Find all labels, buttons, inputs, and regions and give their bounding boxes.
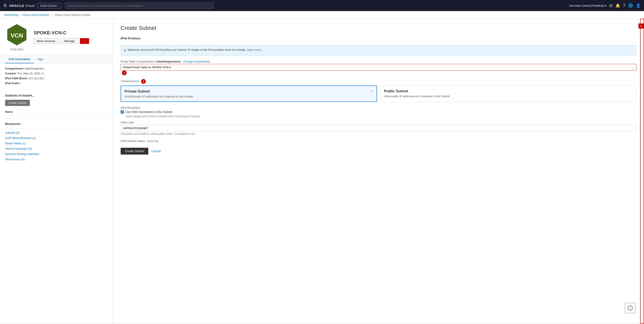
cloud-classic-button[interactable]: Cloud Classic › <box>37 3 61 8</box>
dns-checkbox[interactable] <box>120 110 124 114</box>
created-value: Thu, May 16, 2024, 0... <box>17 72 46 75</box>
action-buttons: Create Subnet Cancel <box>120 148 636 154</box>
route-tables-resource-link[interactable]: Route Tables (1) <box>5 141 108 146</box>
breadcrumb-detail: Virtual Cloud Network Details <box>54 13 90 16</box>
help-icon[interactable]: ? <box>623 4 625 8</box>
subnets-section: Subnets in IwanH... Create Subnet Name <box>0 90 113 118</box>
step3-badge: 3 <box>638 24 644 28</box>
dns-checkbox-label: Use DNS hostnames in this Subnet <box>126 110 172 114</box>
vcn-details: Compartment: IwanHoogendo... Created: Th… <box>0 64 113 90</box>
breadcrumb-sep2: › <box>51 13 52 16</box>
ipv6-info-text: Maximum amount of 0 IPv6 prefixes per Su… <box>128 48 262 51</box>
subnets-resource-link[interactable]: Subnets (0) <box>5 130 108 135</box>
cidr-resource-link[interactable]: CIDR Blocks/Prefixes (1) <box>5 135 108 141</box>
subnet-options: ✓ Private Subnet Prohibit public IP addr… <box>120 86 636 102</box>
ipv4-value: 172.16.3.0/2... <box>28 77 46 80</box>
compartment-label: Compartment: <box>5 67 24 70</box>
drawer-title: Create Subnet <box>120 25 636 31</box>
ipv6-label: IPv6 Prefix: <box>5 82 20 85</box>
resources-section: Resources Subnets (0) CIDR Blocks/Prefix… <box>0 118 113 166</box>
console-icon[interactable]: ⊟ <box>609 3 612 8</box>
dns-hint: Allows assignment of DNS hostname when l… <box>126 115 636 118</box>
resource-divider <box>5 128 108 128</box>
vcn-name: SPOKE-VCN-C <box>34 30 89 36</box>
step1-badge: 1 <box>122 70 126 75</box>
dns-resolution-label: DNS Resolution <box>120 106 636 109</box>
breadcrumb-vcn[interactable]: Virtual cloud networks <box>22 13 50 16</box>
create-subnet-button[interactable]: Create Subnet <box>5 100 30 106</box>
route-table-select[interactable]: Default Route Table for SPOKE-VCN-C <box>120 64 636 70</box>
tab-tags[interactable]: Tags <box>34 56 46 63</box>
vcn-header: VCN AVAILABLE SPOKE-VCN-C Move resource … <box>0 19 113 56</box>
dns-checkbox-row: Use DNS hostnames in this Subnet <box>120 110 636 114</box>
vcn-tabs: VCN Information Tags <box>0 56 113 64</box>
user-icon[interactable]: 👤 <box>636 3 640 8</box>
add-tags-button[interactable]: Add tags <box>60 38 78 44</box>
created-label: Created: <box>5 72 16 75</box>
main-layout: VCN AVAILABLE SPOKE-VCN-C Move resource … <box>0 19 644 324</box>
compartment-value: IwanHoogendo... <box>25 67 46 70</box>
route-table-form-row: Route Table Compartment in IwanHoogendoo… <box>120 60 636 75</box>
cancel-button[interactable]: Cancel <box>151 150 161 153</box>
region-chevron-icon: ▾ <box>605 4 606 7</box>
step2-badge: 2 <box>141 79 146 84</box>
ipv6-value: - <box>21 82 22 85</box>
dns-domain-label: DNS Domain Name <box>120 140 145 142</box>
breadcrumb-sep1: › <box>20 13 21 16</box>
route-table-select-wrapper: Default Route Table for SPOKE-VCN-C <box>120 64 636 70</box>
oracle-logo: ORACLE Cloud <box>10 4 35 8</box>
vcn-status-badge: AVAILABLE <box>5 48 28 51</box>
breadcrumb-networking[interactable]: Networking <box>4 13 18 16</box>
public-subnet-desc: Allow public IP addresses for Instances … <box>384 95 633 98</box>
dynamic-routing-resource-link[interactable]: Dynamic Routing Gateways <box>5 151 108 157</box>
internet-gateways-resource-link[interactable]: Internet Gateways (0) <box>5 146 108 151</box>
dns-domain-row: DNS Domain Name Read-only <box>120 139 636 142</box>
move-resource-button[interactable]: Move resource <box>34 38 58 44</box>
learn-more-link[interactable]: Learn more. <box>247 48 262 51</box>
dns-hint-text: Only letters and numbers, starting with … <box>120 132 636 135</box>
delete-button[interactable]: ⋮ <box>80 38 89 44</box>
private-subnet-option[interactable]: ✓ Private Subnet Prohibit public IP addr… <box>120 86 377 102</box>
globe-icon[interactable]: 🌐 <box>628 3 633 8</box>
dns-domain-readonly: Read-only <box>147 140 159 142</box>
svg-text:VCN: VCN <box>10 32 23 39</box>
subnet-access-label: Subnet Access 2 <box>120 79 636 84</box>
dns-label: DNS Label <box>120 121 636 124</box>
ipv4-label: IPv4 CIDR Block: <box>5 77 28 80</box>
region-selector[interactable]: Germany Central (Frankfurt) ▾ <box>569 4 606 7</box>
route-table-label: Route Table Compartment in IwanHoogendoo… <box>120 60 636 63</box>
table-name-header: Name <box>5 109 108 115</box>
scroll-indicator: 3 <box>640 19 644 324</box>
help-widget[interactable]: ? <box>625 303 636 313</box>
public-subnet-option[interactable]: Public Subnet Allow public IP addresses … <box>380 86 636 102</box>
subnet-access-form-row: Subnet Access 2 ✓ Private Subnet Prohibi… <box>120 79 636 102</box>
attachments-resource-link[interactable]: Attachments (0) <box>5 157 108 162</box>
private-subnet-title: Private Subnet <box>124 89 373 94</box>
hamburger-icon[interactable]: ☰ <box>4 3 7 8</box>
left-panel: VCN AVAILABLE SPOKE-VCN-C Move resource … <box>0 19 113 324</box>
tab-vcn-information[interactable]: VCN Information <box>5 56 34 63</box>
dns-section: DNS Resolution Use DNS hostnames in this… <box>120 106 636 142</box>
search-input[interactable] <box>65 2 214 9</box>
bell-icon[interactable]: 🔔 <box>616 3 620 8</box>
region-label: Germany Central (Frankfurt) <box>569 4 604 7</box>
vcn-logo: VCN <box>5 23 28 46</box>
public-subnet-title: Public Subnet <box>384 89 633 93</box>
ipv6-info-box: ℹ Maximum amount of 0 IPv6 prefixes per … <box>120 45 636 56</box>
create-subnet-submit-button[interactable]: Create Subnet <box>120 148 148 154</box>
subnets-heading: Subnets in IwanH... <box>5 94 108 97</box>
breadcrumb: Networking › Virtual cloud networks › Vi… <box>0 11 644 19</box>
resources-title: Resources <box>5 122 108 126</box>
private-subnet-desc: Prohibit public IP addresses for Instanc… <box>124 95 373 98</box>
info-icon: ℹ <box>124 48 126 52</box>
change-compartment-link[interactable]: (Change compartment) <box>184 60 210 63</box>
help-ring-icon: ? <box>628 306 633 310</box>
ipv6-section-heading: IPv6 Prefixes <box>120 36 636 42</box>
check-icon: ✓ <box>370 89 373 93</box>
create-subnet-drawer: 3 Create Subnet IPv6 Prefixes ℹ Maximum … <box>113 19 644 324</box>
dns-label-row: DNS Label Only letters and numbers, star… <box>120 121 636 135</box>
dns-label-input[interactable] <box>120 125 636 132</box>
top-navbar: ☰ ORACLE Cloud Cloud Classic › Germany C… <box>0 0 644 11</box>
